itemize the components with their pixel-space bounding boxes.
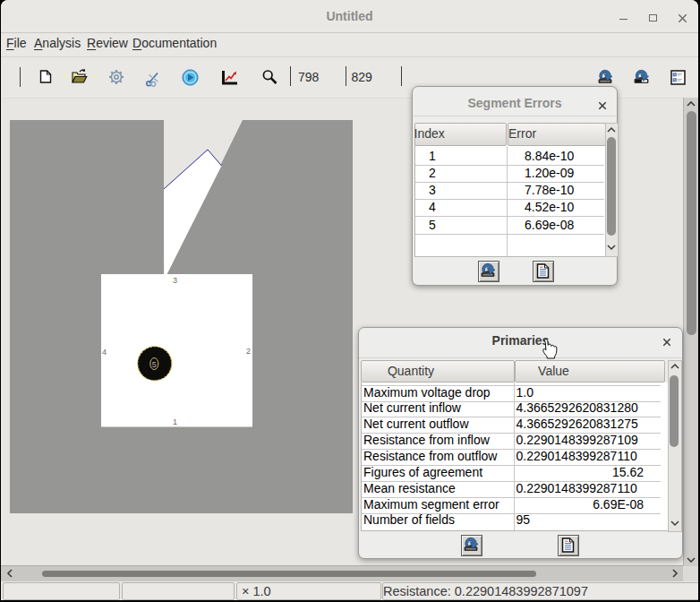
svg-text:1: 1 xyxy=(173,417,177,426)
svg-text:5: 5 xyxy=(152,360,157,369)
svg-text:3: 3 xyxy=(173,276,177,285)
svg-text:2: 2 xyxy=(246,347,251,356)
svg-text:4: 4 xyxy=(102,348,107,357)
